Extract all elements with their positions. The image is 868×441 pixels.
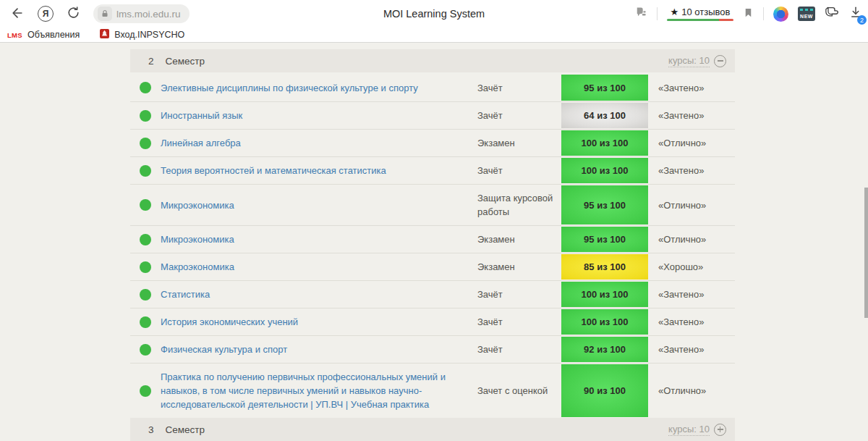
table-row: Статистика Зачёт 100 из 100 «Зачтено» xyxy=(130,280,735,308)
bookmarks-bar: LMS Объявления Вход.INPSYCHO xyxy=(0,28,868,43)
table-row: Микроэкономика Экзамен 95 из 100 «Отличн… xyxy=(130,225,735,253)
lock-icon xyxy=(98,7,112,21)
score-cell: 90 из 100 xyxy=(561,364,648,417)
course-link[interactable]: Элективные дисциплины по физической куль… xyxy=(161,81,477,95)
bookmark-flag-icon xyxy=(743,7,754,21)
bookmark-item-inpsycho[interactable]: Вход.INPSYCHO xyxy=(100,28,184,41)
score-cell: 92 из 100 xyxy=(561,337,648,362)
course-link[interactable]: Макроэкономика xyxy=(161,260,477,274)
table-row: Элективные дисциплины по физической куль… xyxy=(130,74,735,101)
table-row: Практика по получению первичных професси… xyxy=(130,363,735,418)
yandex-logo-icon: Я xyxy=(38,6,54,22)
inpsycho-favicon xyxy=(100,28,109,41)
status-dot-cell xyxy=(130,110,161,122)
grade-label: «Хорошо» xyxy=(648,253,735,280)
status-dot-icon xyxy=(140,234,151,245)
browser-toolbar: Я lms.moi.edu.ru MOI Learning System xyxy=(0,0,868,28)
exam-type-label: Зачёт xyxy=(477,75,561,101)
semester-label: Семестр xyxy=(166,424,205,435)
status-dot-cell xyxy=(130,138,161,149)
course-link[interactable]: Практика по получению первичных професси… xyxy=(161,370,477,411)
course-link[interactable]: Линейная алгебра xyxy=(161,136,477,150)
courses-expand-control[interactable]: курсы: 10 xyxy=(668,424,726,436)
bookmark-item-announcements[interactable]: LMS Объявления xyxy=(7,30,80,40)
downloads-button[interactable]: 2 xyxy=(849,6,862,22)
extension-new-button[interactable]: NEW xyxy=(798,7,815,21)
status-dot-icon xyxy=(140,138,151,149)
course-link[interactable]: Статистика xyxy=(161,287,477,301)
grade-label: «Зачтено» xyxy=(648,308,735,335)
course-link[interactable]: Микроэкономика xyxy=(161,198,477,212)
course-link[interactable]: История экономических учений xyxy=(161,315,477,329)
extension-color-wheel-button[interactable] xyxy=(773,7,788,22)
exam-type-label: Зачёт xyxy=(477,308,561,335)
score-cell: 100 из 100 xyxy=(561,309,648,335)
score-cell: 100 из 100 xyxy=(561,130,648,156)
exam-type-label: Зачёт xyxy=(477,281,561,308)
grade-label: «Отлично» xyxy=(648,130,735,156)
exam-type-label: Экзамен xyxy=(477,130,561,156)
extension-glove-button[interactable] xyxy=(825,6,840,22)
course-link[interactable]: Иностранный язык xyxy=(161,109,477,122)
bookmark-button[interactable] xyxy=(743,7,754,21)
exam-type-label: Экзамен xyxy=(477,253,561,280)
score-cell: 64 из 100 xyxy=(561,103,648,128)
courses-collapse-control[interactable]: курсы: 10 xyxy=(668,55,726,67)
bookmark-label: Вход.INPSYCHO xyxy=(114,30,184,40)
score-cell: 95 из 100 xyxy=(561,227,648,252)
score-cell: 100 из 100 xyxy=(561,282,648,307)
back-arrow-icon xyxy=(10,6,25,22)
collapse-minus-icon[interactable] xyxy=(714,55,726,67)
site-reviews-widget[interactable]: ★ 10 отзывов xyxy=(667,7,733,21)
table-row: Макроэкономика Экзамен 85 из 100 «Хорошо… xyxy=(130,253,735,280)
exam-type-label: Зачёт xyxy=(477,336,561,363)
course-link[interactable]: Теория вероятностей и математическая ста… xyxy=(161,164,477,177)
table-row: Микроэкономика Защита курсовой работы 95… xyxy=(130,184,735,225)
grade-label: «Зачтено» xyxy=(648,281,735,308)
semester-grade-table: 2 Семестр курсы: 10 Элективные дисциплин… xyxy=(130,49,735,441)
collections-button[interactable] xyxy=(634,6,647,22)
table-row: История экономических учений Зачёт 100 и… xyxy=(130,308,735,335)
status-dot-icon xyxy=(140,82,151,93)
reviews-rating-bar xyxy=(667,19,733,21)
semester-number: 3 xyxy=(148,424,154,435)
semester-label: Семестр xyxy=(166,56,205,67)
status-dot-cell xyxy=(130,199,161,211)
score-cell: 95 из 100 xyxy=(561,185,648,224)
grade-label: «Зачтено» xyxy=(648,157,735,184)
refresh-icon xyxy=(67,6,80,22)
status-dot-cell xyxy=(130,165,161,177)
glove-icon xyxy=(825,6,840,22)
address-bar[interactable]: lms.moi.edu.ru xyxy=(93,4,190,23)
toolbar-divider xyxy=(763,7,764,20)
status-dot-cell xyxy=(130,82,161,93)
toolbar-divider xyxy=(657,7,658,20)
grade-label: «Отлично» xyxy=(648,226,735,253)
score-cell: 85 из 100 xyxy=(561,254,648,280)
grade-label: «Зачтено» xyxy=(648,102,735,129)
status-dot-icon xyxy=(140,289,151,301)
score-cell: 95 из 100 xyxy=(561,75,648,101)
status-dot-cell xyxy=(130,385,161,397)
new-badge-label: NEW xyxy=(800,14,813,21)
exam-type-label: Зачёт xyxy=(477,102,561,129)
refresh-button[interactable] xyxy=(67,6,80,22)
status-dot-cell xyxy=(130,316,161,328)
grade-label: «Отлично» xyxy=(648,377,735,404)
course-link[interactable]: Микроэкономика xyxy=(161,232,477,246)
status-dot-icon xyxy=(140,344,151,356)
page-content: 2 Семестр курсы: 10 Элективные дисциплин… xyxy=(0,43,868,440)
yandex-home-button[interactable]: Я xyxy=(38,6,54,22)
status-dot-icon xyxy=(140,199,151,211)
semester-footer: 3 Семестр курсы: 10 xyxy=(130,418,735,441)
exam-type-label: Защита курсовой работы xyxy=(477,185,561,225)
course-link[interactable]: Физическая культура и спорт xyxy=(161,343,477,356)
back-button[interactable] xyxy=(10,6,25,22)
courses-count-label: курсы: 10 xyxy=(668,55,710,67)
scrollbar-thumb[interactable] xyxy=(864,188,868,318)
lms-favicon: LMS xyxy=(7,31,22,39)
status-dot-cell xyxy=(130,261,161,273)
expand-plus-icon[interactable] xyxy=(714,424,726,436)
status-dot-icon xyxy=(140,261,151,273)
table-row: Физическая культура и спорт Зачёт 92 из … xyxy=(130,335,735,363)
